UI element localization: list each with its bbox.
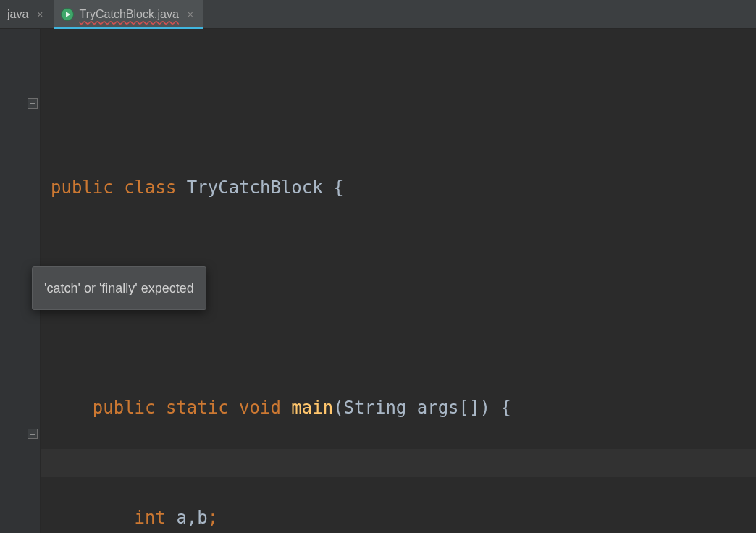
fold-expand-icon[interactable]: – xyxy=(28,429,38,439)
code-editor[interactable]: public class TryCatchBlock { public stat… xyxy=(41,29,756,533)
error-tooltip: 'catch' or 'finally' expected xyxy=(32,266,206,310)
code-line: public static void main(String args[]) { xyxy=(51,394,756,421)
editor-area: – – public class TryCatchBlock { public … xyxy=(0,29,756,533)
code-line: int a,b; xyxy=(51,504,756,532)
tab-java[interactable]: java × xyxy=(0,0,54,28)
tab-label: java xyxy=(7,8,28,21)
fold-collapse-icon[interactable]: – xyxy=(28,98,38,109)
close-icon[interactable]: × xyxy=(37,9,43,20)
close-icon[interactable]: × xyxy=(188,9,193,20)
code-line: public class TryCatchBlock { xyxy=(51,174,756,201)
caret-line-highlight xyxy=(41,449,756,477)
editor-tabbar: java × TryCatchBlock.java × xyxy=(0,0,756,29)
tooltip-text: 'catch' or 'finally' expected xyxy=(44,281,194,295)
class-run-icon xyxy=(61,8,74,21)
tab-label: TryCatchBlock.java xyxy=(80,8,179,21)
tab-trycatchblock[interactable]: TryCatchBlock.java × xyxy=(54,0,203,28)
